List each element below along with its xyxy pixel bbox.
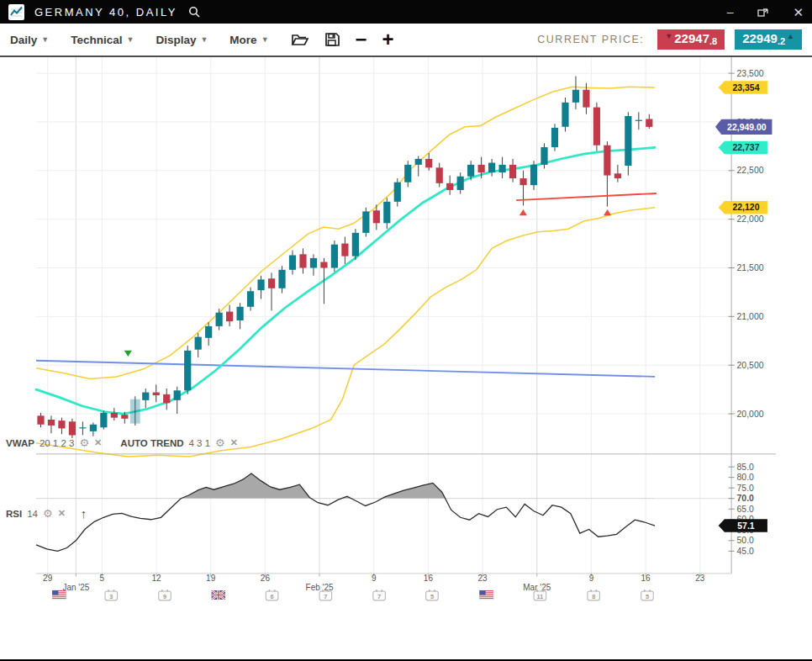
- calendar-icon: 11: [534, 590, 546, 600]
- candle: [509, 165, 516, 178]
- candle: [90, 425, 97, 431]
- triangle-down-signal-icon: [124, 351, 132, 357]
- candle: [226, 312, 233, 322]
- title-bar: GERMANY 40, DAILY – ✕: [0, 0, 812, 24]
- uk-flag-icon: [212, 590, 225, 600]
- zoom-in-icon[interactable]: +: [382, 31, 394, 47]
- menu-more[interactable]: More▼: [229, 34, 268, 46]
- candle: [383, 202, 390, 223]
- candle: [635, 120, 642, 121]
- menu-technical[interactable]: Technical▼: [71, 34, 134, 46]
- x-axis-labels: 29Jan '255121926Feb '2591623Mar '2591623: [43, 574, 705, 592]
- rsi-remove-icon[interactable]: ✕: [58, 508, 66, 519]
- rsi-tick-label: 75.0: [737, 484, 755, 493]
- candle: [153, 393, 160, 395]
- rsi-overbought-fill: [36, 473, 655, 551]
- autotrend-remove-icon[interactable]: ✕: [230, 437, 238, 448]
- candle: [69, 421, 76, 435]
- calendar-day-label: 11: [537, 593, 544, 600]
- menu-timeframe[interactable]: Daily▼: [10, 34, 49, 46]
- rsi-label: RSI: [6, 509, 22, 519]
- calendar-icon: 5: [426, 590, 439, 600]
- candle: [121, 415, 128, 419]
- price-tick-label: 22,000: [737, 214, 764, 224]
- candle: [111, 413, 118, 418]
- open-folder-icon[interactable]: [291, 32, 309, 47]
- vwap-label: VWAP: [6, 438, 34, 448]
- menu-display[interactable]: Display▼: [156, 34, 208, 46]
- candle: [604, 145, 610, 176]
- price-tick-label: 20,500: [737, 361, 764, 370]
- chevron-down-icon: ▼: [200, 35, 208, 44]
- calendar-day-label: 7: [377, 593, 381, 600]
- candle: [446, 183, 453, 190]
- close-button[interactable]: ✕: [793, 6, 804, 19]
- price-tick-label: 21,500: [737, 263, 764, 272]
- candle: [478, 165, 485, 172]
- zoom-out-icon[interactable]: −: [356, 31, 367, 47]
- rsi-value-tag-label: 57.1: [737, 521, 755, 531]
- calendar-day-label: 5: [430, 593, 434, 600]
- candle: [257, 279, 264, 290]
- restore-button[interactable]: [757, 6, 769, 18]
- candle: [467, 165, 474, 177]
- triangle-up-signal-icon: [519, 209, 527, 215]
- candle: [457, 177, 464, 190]
- calendar-day-label: 9: [163, 593, 166, 600]
- us-flag-icon: [479, 590, 493, 600]
- candle: [130, 399, 140, 424]
- bollinger-upper-band: [36, 87, 655, 378]
- month-label: Feb '25: [306, 583, 335, 592]
- candle: [37, 415, 44, 424]
- candle: [195, 337, 202, 350]
- vertical-gridlines: [48, 57, 700, 574]
- candle: [341, 244, 348, 256]
- vwap-remove-icon[interactable]: ✕: [94, 437, 102, 448]
- candle: [79, 427, 86, 428]
- overlay-legend: VWAP 20 1 2 3 ⚙ ✕ AUTO TREND 4 3 1 ⚙ ✕: [6, 437, 238, 448]
- vwap-settings-gear-icon[interactable]: ⚙: [79, 437, 89, 448]
- minimize-button[interactable]: –: [727, 6, 734, 18]
- candle: [299, 254, 306, 267]
- rsi-tick-label: 65.0: [737, 505, 755, 514]
- candle: [289, 255, 296, 269]
- candles: [37, 77, 652, 438]
- rsi-move-up-icon[interactable]: ↑: [81, 506, 87, 521]
- overlay-lines: [36, 87, 655, 457]
- chevron-down-icon: ▼: [261, 35, 269, 44]
- arrow-down-icon: ▼: [665, 33, 672, 40]
- price-tick-label: 20,000: [737, 410, 764, 419]
- candle: [498, 165, 505, 172]
- save-icon[interactable]: [324, 32, 340, 47]
- window-title: GERMANY 40, DAILY: [34, 6, 177, 19]
- toolbar: Daily▼ Technical▼ Display▼ More▼ − +: [0, 24, 812, 57]
- us-flag-icon: [52, 590, 66, 600]
- price-tag-label: 22,737: [732, 143, 759, 152]
- chart-canvas[interactable]: 23,50023,00022,50022,00021,50021,00020,5…: [0, 57, 812, 659]
- candle: [530, 165, 537, 185]
- chart-area: 23,50023,00022,50022,00021,50021,00020,5…: [0, 57, 812, 659]
- autotrend-settings-gear-icon[interactable]: ⚙: [215, 437, 225, 448]
- calendar-icon: 6: [266, 590, 278, 600]
- candle: [163, 394, 170, 403]
- candle: [404, 165, 411, 182]
- candle: [593, 108, 600, 145]
- date-label: 16: [641, 574, 651, 583]
- candle: [142, 393, 149, 400]
- date-label: 19: [206, 574, 216, 583]
- candle: [320, 262, 327, 268]
- calendar-icon: 5: [641, 590, 654, 600]
- candle: [415, 159, 422, 165]
- rsi-tick-label: 45.0: [737, 547, 755, 556]
- rsi-settings-gear-icon[interactable]: ⚙: [43, 508, 53, 519]
- price-tick-label: 22,500: [737, 166, 764, 175]
- ask-price-badge: 22949.2 ▲: [735, 29, 802, 50]
- candle: [425, 159, 432, 167]
- chevron-down-icon: ▼: [41, 35, 49, 44]
- search-icon[interactable]: [187, 5, 201, 19]
- calendar-day-label: 5: [646, 593, 649, 600]
- app-logo-icon: [8, 4, 24, 20]
- candle: [572, 90, 579, 103]
- calendar-day-label: 6: [271, 593, 274, 600]
- candle: [646, 119, 652, 127]
